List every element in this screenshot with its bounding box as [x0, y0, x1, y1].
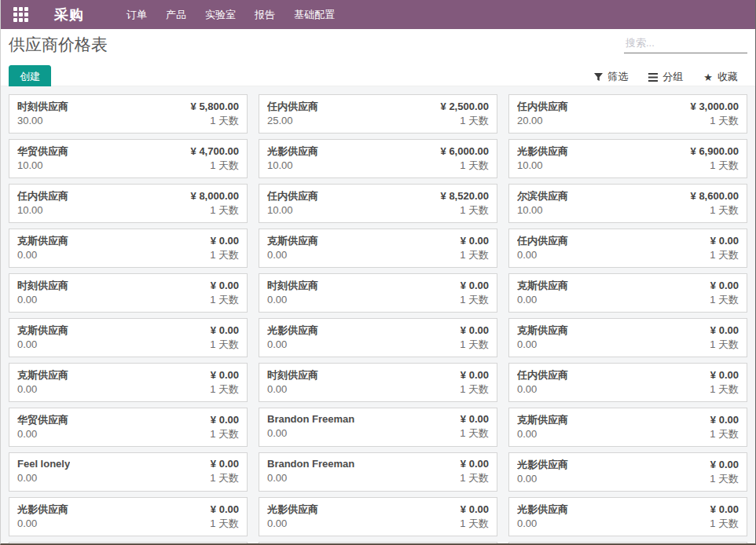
vendor-price: ¥ 2,500.00 [441, 101, 489, 112]
vendor-name: 任内供应商 [517, 100, 568, 114]
kanban-card[interactable]: 光影供应商 ¥ 0.00 0.00 1 天数 [259, 497, 497, 536]
nav-menu-item[interactable]: 基础配置 [284, 0, 344, 29]
kanban-card[interactable]: 光影供应商 ¥ 0.00 0.00 1 天数 [259, 318, 497, 357]
star-icon: ★ [703, 72, 713, 82]
nav-menu-item[interactable]: 订单 [117, 0, 156, 29]
vendor-price: ¥ 0.00 [461, 324, 489, 336]
kanban-card[interactable]: 任内供应商 ¥ 0.00 0.00 1 天数 [508, 229, 747, 268]
kanban-card[interactable]: 克斯供应商 ¥ 0.00 0.00 1 天数 [9, 363, 248, 402]
min-quantity: 0.00 [267, 518, 287, 529]
vendor-name: 克斯供应商 [17, 234, 68, 248]
apps-menu-button[interactable] [7, 0, 34, 29]
groupby-button[interactable]: 分组 [648, 70, 683, 84]
filter-funnel-icon [594, 73, 603, 82]
min-quantity: 0.00 [17, 294, 37, 305]
kanban-card[interactable]: 克斯供应商 ¥ 0.00 0.00 1 天数 [508, 273, 747, 313]
filters-button[interactable]: 筛选 [594, 70, 628, 84]
delivery-delay: 1 天数 [210, 517, 239, 531]
vendor-price: ¥ 0.00 [461, 413, 489, 425]
nav-menu-item[interactable]: 实验室 [196, 0, 245, 29]
vendor-price: ¥ 0.00 [211, 369, 239, 381]
favorites-button[interactable]: ★ 收藏 [703, 70, 738, 84]
delivery-delay: 1 天数 [460, 114, 489, 128]
min-quantity: 0.00 [267, 338, 287, 350]
min-quantity: 0.00 [17, 249, 37, 261]
delivery-delay: 1 天数 [710, 293, 739, 307]
vendor-price: ¥ 0.00 [710, 235, 739, 247]
vendor-price: ¥ 8,600.00 [691, 190, 739, 202]
kanban-card[interactable]: 华贸供应商 ¥ 0.00 0.00 1 天数 [9, 408, 248, 447]
kanban-card[interactable]: 光影供应商 ¥ 0.00 0.00 1 天数 [508, 497, 747, 536]
min-quantity: 10.00 [517, 204, 543, 216]
min-quantity: 0.00 [267, 294, 287, 305]
vendor-name: 光影供应商 [517, 503, 568, 517]
delivery-delay: 1 天数 [710, 427, 739, 441]
create-button[interactable]: 创建 [9, 65, 51, 89]
delivery-delay: 1 天数 [210, 382, 239, 397]
kanban-card[interactable]: 任内供应商 ¥ 8,000.00 10.00 1 天数 [9, 184, 248, 223]
vendor-name: Feel lonely [17, 458, 70, 470]
kanban-card[interactable]: 任内供应商 ¥ 3,000.00 20.00 1 天数 [508, 94, 747, 134]
kanban-card-partial[interactable] [9, 542, 248, 543]
kanban-card[interactable]: 时刻供应商 ¥ 5,800.00 30.00 1 天数 [9, 94, 248, 134]
vendor-price: ¥ 0.00 [211, 324, 239, 336]
delivery-delay: 1 天数 [210, 203, 239, 218]
min-quantity: 0.00 [517, 473, 537, 485]
delivery-delay: 1 天数 [210, 159, 239, 173]
kanban-card[interactable]: 克斯供应商 ¥ 0.00 0.00 1 天数 [508, 318, 747, 357]
delivery-delay: 1 天数 [710, 248, 739, 262]
delivery-delay: 1 天数 [710, 338, 739, 352]
delivery-delay: 1 天数 [710, 203, 739, 218]
delivery-delay: 1 天数 [210, 471, 239, 485]
kanban-card[interactable]: 华贸供应商 ¥ 4,700.00 10.00 1 天数 [9, 139, 248, 178]
kanban-card-partial[interactable] [259, 542, 497, 543]
vendor-name: 任内供应商 [517, 368, 568, 382]
vendor-price: ¥ 0.00 [710, 280, 739, 291]
vendor-name: 任内供应商 [517, 234, 568, 248]
vendor-price: ¥ 0.00 [710, 414, 739, 426]
kanban-card[interactable]: 克斯供应商 ¥ 0.00 0.00 1 天数 [9, 229, 248, 268]
kanban-card[interactable]: Brandon Freeman ¥ 0.00 0.00 1 天数 [259, 452, 497, 492]
vendor-name: 光影供应商 [517, 458, 568, 472]
app-window: 采购 订单 产品 实验室 报告 基础配置 供应商价格表 创建 [0, 0, 756, 545]
delivery-delay: 1 天数 [210, 114, 239, 128]
kanban-card[interactable]: 时刻供应商 ¥ 0.00 0.00 1 天数 [259, 363, 497, 402]
vendor-name: 克斯供应商 [517, 413, 568, 427]
delivery-delay: 1 天数 [460, 517, 489, 531]
kanban-view: 时刻供应商 ¥ 5,800.00 30.00 1 天数 任内供应商 ¥ 2,50… [1, 86, 755, 543]
nav-menu-item[interactable]: 报告 [245, 0, 284, 29]
vendor-price: ¥ 0.00 [211, 280, 239, 291]
kanban-card[interactable]: 任内供应商 ¥ 2,500.00 25.00 1 天数 [259, 94, 497, 134]
kanban-card[interactable]: 时刻供应商 ¥ 0.00 0.00 1 天数 [9, 273, 248, 313]
vendor-name: 光影供应商 [17, 503, 68, 517]
kanban-card-partial[interactable] [508, 542, 747, 543]
vendor-price: ¥ 0.00 [211, 503, 239, 515]
kanban-card[interactable]: 克斯供应商 ¥ 0.00 0.00 1 天数 [259, 229, 497, 268]
kanban-card[interactable]: Feel lonely ¥ 0.00 0.00 1 天数 [9, 452, 248, 492]
min-quantity: 0.00 [17, 338, 37, 350]
vendor-price: ¥ 6,900.00 [691, 145, 739, 157]
kanban-card[interactable]: 光影供应商 ¥ 0.00 0.00 1 天数 [9, 497, 248, 536]
delivery-delay: 1 天数 [460, 248, 489, 262]
kanban-card[interactable]: Brandon Freeman ¥ 0.00 0.00 1 天数 [259, 408, 497, 447]
min-quantity: 0.00 [267, 249, 287, 261]
search-box [624, 35, 747, 53]
app-name[interactable]: 采购 [54, 5, 84, 24]
kanban-card[interactable]: 任内供应商 ¥ 8,520.00 10.00 1 天数 [259, 184, 497, 223]
min-quantity: 0.00 [17, 518, 37, 529]
kanban-card[interactable]: 光影供应商 ¥ 0.00 0.00 1 天数 [508, 452, 747, 492]
kanban-card[interactable]: 任内供应商 ¥ 0.00 0.00 1 天数 [508, 363, 747, 402]
min-quantity: 0.00 [267, 472, 287, 484]
delivery-delay: 1 天数 [460, 293, 489, 307]
vendor-price: ¥ 0.00 [461, 280, 489, 291]
nav-menu-item[interactable]: 产品 [156, 0, 196, 29]
search-input[interactable] [624, 35, 747, 53]
vendor-name: 克斯供应商 [517, 324, 568, 338]
kanban-card[interactable]: 光影供应商 ¥ 6,900.00 10.00 1 天数 [508, 139, 747, 178]
kanban-card[interactable]: 尔滨供应商 ¥ 8,600.00 10.00 1 天数 [508, 184, 747, 223]
min-quantity: 30.00 [17, 115, 43, 126]
kanban-card[interactable]: 时刻供应商 ¥ 0.00 0.00 1 天数 [259, 273, 497, 313]
kanban-card[interactable]: 光影供应商 ¥ 6,000.00 10.00 1 天数 [259, 139, 497, 178]
kanban-card[interactable]: 克斯供应商 ¥ 0.00 0.00 1 天数 [9, 318, 248, 357]
kanban-card[interactable]: 克斯供应商 ¥ 0.00 0.00 1 天数 [508, 408, 747, 447]
